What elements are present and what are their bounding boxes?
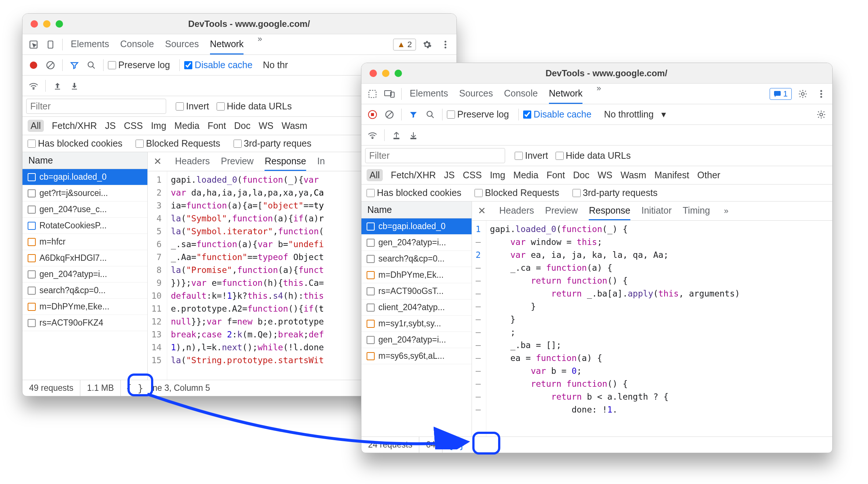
wifi-icon[interactable] [26,78,41,93]
tab-network[interactable]: Network [210,34,244,55]
filter-icon[interactable] [67,58,82,73]
request-row[interactable]: gen_204?atyp=i... [361,235,472,251]
blocked-cookies-checkbox[interactable]: Has blocked cookies [28,138,122,149]
close-icon[interactable] [370,70,377,77]
upload-icon[interactable] [389,128,404,143]
request-row[interactable]: rs=ACT90oGsT... [361,283,472,299]
type-css[interactable]: CSS [124,120,143,131]
request-row[interactable]: search?q&cp=0... [361,251,472,267]
inspect-icon[interactable] [26,37,41,52]
third-party-checkbox[interactable]: 3rd-party requests [573,187,658,198]
request-row[interactable]: m=DhPYme,Ek... [361,267,472,283]
request-row[interactable]: m=DhPYme,Eke... [22,299,147,315]
type-wasm[interactable]: Wasm [620,170,646,180]
filter-input[interactable]: Filter [365,148,505,163]
invert-checkbox[interactable]: Invert [176,101,209,112]
name-header[interactable]: Name [361,201,472,218]
clear-icon[interactable] [43,58,58,73]
tab-console[interactable]: Console [120,34,154,55]
type-js[interactable]: JS [105,120,116,131]
filter-input[interactable]: Filter [26,99,166,114]
type-media[interactable]: Media [513,170,538,180]
type-ws[interactable]: WS [598,170,612,180]
tab-headers[interactable]: Headers [175,152,210,171]
download-icon[interactable] [406,128,421,143]
net-settings-icon[interactable] [814,107,829,122]
clear-icon[interactable] [382,107,397,122]
kebab-icon[interactable] [814,87,829,101]
throttling-select[interactable]: No thr [263,60,288,70]
type-img[interactable]: Img [490,170,505,180]
type-other[interactable]: Other [697,170,721,180]
type-media[interactable]: Media [174,120,199,131]
request-row[interactable]: rs=ACT90oFKZ4 [22,315,147,331]
request-row[interactable]: gen_204?use_c... [22,201,147,218]
type-fetch[interactable]: Fetch/XHR [52,120,97,131]
hide-data-urls-checkbox[interactable]: Hide data URLs [217,101,292,112]
type-font[interactable]: Font [546,170,565,180]
request-row[interactable]: m=sy6s,sy6t,aL... [361,348,472,364]
request-row[interactable]: cb=gapi.loaded_0 [361,218,472,235]
type-manifest[interactable]: Manifest [654,170,689,180]
invert-checkbox[interactable]: Invert [515,150,548,161]
request-row[interactable]: gen_204?atyp=i... [361,332,472,348]
tab-headers[interactable]: Headers [499,201,534,220]
tab-elements[interactable]: Elements [71,34,109,55]
third-party-checkbox[interactable]: 3rd-party reques [234,138,311,149]
tab-sources[interactable]: Sources [165,34,199,55]
hide-data-urls-checkbox[interactable]: Hide data URLs [556,150,631,161]
gear-icon[interactable] [795,87,810,101]
close-icon[interactable] [31,20,38,28]
type-font[interactable]: Font [207,120,226,131]
minimize-icon[interactable] [382,70,389,77]
tabs-overflow-icon[interactable]: » [594,84,604,104]
request-row[interactable]: get?rt=j&sourcei... [22,185,147,201]
disable-cache-checkbox[interactable]: Disable cache [184,60,252,70]
close-detail-icon[interactable]: ✕ [154,156,162,167]
request-row[interactable]: A6DkqFxHDGl7... [22,250,147,266]
tab-network[interactable]: Network [549,84,583,104]
type-all[interactable]: All [28,120,44,132]
request-row[interactable]: RotateCookiesP... [22,218,147,234]
tab-initiator[interactable]: In [317,152,325,171]
device-icon[interactable] [382,87,397,101]
zoom-icon[interactable] [395,70,402,77]
blocked-cookies-checkbox[interactable]: Has blocked cookies [367,187,461,198]
type-wasm[interactable]: Wasm [281,120,307,131]
tabs-overflow-icon[interactable]: » [255,34,265,55]
tab-sources[interactable]: Sources [459,84,493,104]
request-row[interactable]: gen_204?atyp=i... [22,266,147,283]
tab-elements[interactable]: Elements [410,84,448,104]
disable-cache-checkbox[interactable]: Disable cache [523,109,591,120]
type-fetch[interactable]: Fetch/XHR [391,170,436,180]
name-header[interactable]: Name [22,152,147,169]
tab-timing[interactable]: Timing [683,201,710,220]
minimize-icon[interactable] [43,20,50,28]
record-icon[interactable] [26,58,41,73]
request-row[interactable]: search?q&cp=0... [22,283,147,299]
blocked-requests-checkbox[interactable]: Blocked Requests [136,138,220,149]
zoom-icon[interactable] [56,20,63,28]
inspect-icon[interactable] [365,87,380,101]
request-row[interactable]: cb=gapi.loaded_0 [22,169,147,185]
wifi-icon[interactable] [365,128,380,143]
type-js[interactable]: JS [444,170,455,180]
tab-initiator[interactable]: Initiator [641,201,672,220]
messages-badge[interactable]: 1 [770,88,792,100]
search-icon[interactable] [423,107,438,122]
tab-preview[interactable]: Preview [545,201,578,220]
filter-icon[interactable] [406,107,421,122]
request-row[interactable]: m=hfcr [22,234,147,250]
tabs-overflow-icon[interactable]: » [721,206,731,216]
kebab-icon[interactable] [438,37,453,52]
throttling-select[interactable]: No throttling ▾ [604,109,666,120]
record-icon[interactable] [365,107,380,122]
type-doc[interactable]: Doc [573,170,589,180]
request-row[interactable]: m=sy1r,sybt,sy... [361,316,472,332]
type-doc[interactable]: Doc [234,120,250,131]
type-img[interactable]: Img [151,120,167,131]
tab-console[interactable]: Console [504,84,538,104]
download-icon[interactable] [67,78,82,93]
tab-response[interactable]: Response [589,201,630,220]
type-ws[interactable]: WS [259,120,273,131]
